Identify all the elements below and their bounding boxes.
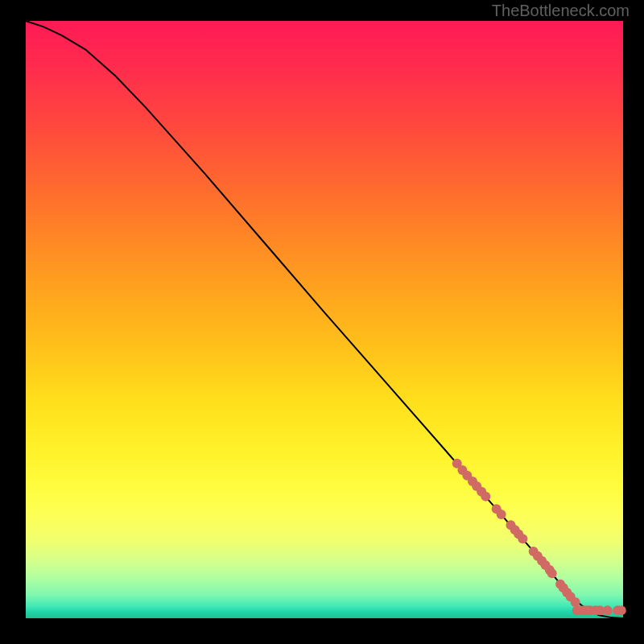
attribution-text: TheBottleneck.com [492,2,630,20]
bottleneck-curve [26,21,623,618]
data-marker [481,492,490,502]
data-marker [571,597,580,607]
data-marker [603,605,613,615]
data-marker [518,534,527,543]
chart-overlay [26,21,623,618]
markers-group [452,459,626,616]
data-marker [497,510,506,519]
data-marker [617,605,626,615]
data-marker [547,568,557,578]
